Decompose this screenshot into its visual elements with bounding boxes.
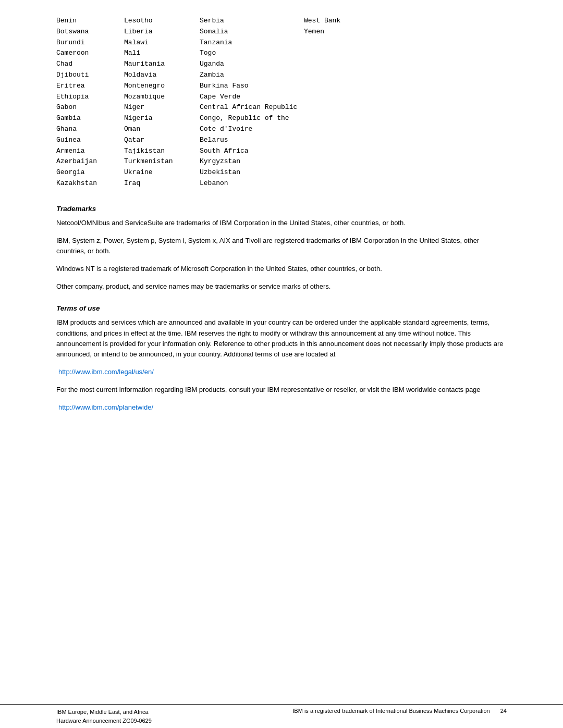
country-col2: Niger [124, 102, 200, 113]
country-col1: Djibouti [56, 70, 124, 81]
country-col2: Mauritania [124, 59, 200, 70]
footer-right: IBM is a registered trademark of Interna… [292, 708, 507, 714]
terms-section: Terms of use IBM products and services w… [56, 304, 507, 413]
country-row: BeninLesothoSerbiaWest Bank [56, 16, 507, 27]
country-col3: Central African Republic [200, 102, 304, 113]
terms-link2-block: http://www.ibm.com/planetwide/ [56, 402, 507, 413]
country-col2: Lesotho [124, 16, 200, 27]
country-col4 [304, 48, 398, 59]
country-col3: Serbia [200, 16, 304, 27]
terms-body: IBM products and services which are anno… [56, 317, 507, 413]
country-col3: Uzbekistan [200, 167, 304, 178]
country-col3: Burkina Faso [200, 81, 304, 92]
country-row: DjiboutiMoldaviaZambia [56, 70, 507, 81]
country-col2: Malawi [124, 38, 200, 48]
country-col3: Cote d'Ivoire [200, 124, 304, 135]
country-col3: Kyrgyzstan [200, 156, 304, 167]
country-col4: West Bank [304, 16, 398, 27]
trademarks-para-3: Windows NT is a registered trademark of … [56, 264, 507, 274]
country-col4 [304, 70, 398, 81]
country-col1: Georgia [56, 167, 124, 178]
country-col3: Tanzania [200, 38, 304, 48]
country-col1: Ethiopia [56, 92, 124, 103]
country-col2: Ukraine [124, 167, 200, 178]
country-col1: Chad [56, 59, 124, 70]
country-col4 [304, 135, 398, 146]
country-row: GambiaNigeriaCongo, Republic of the [56, 113, 507, 124]
footer-left: IBM Europe, Middle East, and Africa Hard… [56, 708, 152, 725]
country-col1: Burundi [56, 38, 124, 48]
terms-title: Terms of use [56, 304, 507, 312]
country-row: ArmeniaTajikistanSouth Africa [56, 146, 507, 157]
terms-paragraph1: IBM products and services which are anno… [56, 317, 507, 360]
country-col1: Ghana [56, 124, 124, 135]
country-col4 [304, 81, 398, 92]
country-col4 [304, 92, 398, 103]
country-col3: Lebanon [200, 178, 304, 189]
country-col2: Turkmenistan [124, 156, 200, 167]
country-col3: Zambia [200, 70, 304, 81]
country-col3: Congo, Republic of the [200, 113, 304, 124]
terms-link1[interactable]: http://www.ibm.com/legal/us/en/ [58, 368, 154, 376]
country-col4 [304, 167, 398, 178]
country-col2: Qatar [124, 135, 200, 146]
country-col2: Montenegro [124, 81, 200, 92]
country-col3: Togo [200, 48, 304, 59]
country-col1: Armenia [56, 146, 124, 157]
country-col2: Iraq [124, 178, 200, 189]
country-table: BeninLesothoSerbiaWest BankBotswanaLiber… [56, 16, 507, 189]
footer-page-number: 24 [500, 708, 507, 714]
country-col2: Moldavia [124, 70, 200, 81]
trademarks-para-4: Other company, product, and service name… [56, 281, 507, 292]
country-col4 [304, 102, 398, 113]
country-row: EthiopiaMozambiqueCape Verde [56, 92, 507, 103]
country-row: ChadMauritaniaUganda [56, 59, 507, 70]
country-col3: South Africa [200, 146, 304, 157]
country-col3: Belarus [200, 135, 304, 146]
country-col4 [304, 156, 398, 167]
footer-announcement: Hardware Announcement ZG09-0629 [56, 717, 152, 725]
country-col3: Uganda [200, 59, 304, 70]
footer-trademark-text: IBM is a registered trademark of Interna… [292, 708, 489, 714]
country-col1: Cameroon [56, 48, 124, 59]
terms-paragraph2: For the most current information regardi… [56, 385, 507, 395]
country-col1: Botswana [56, 27, 124, 38]
country-col2: Tajikistan [124, 146, 200, 157]
footer-company: IBM Europe, Middle East, and Africa [56, 708, 152, 717]
country-row: EritreaMontenegroBurkina Faso [56, 81, 507, 92]
country-col4: Yemen [304, 27, 398, 38]
country-col3: Somalia [200, 27, 304, 38]
country-row: AzerbaijanTurkmenistanKyrgyzstan [56, 156, 507, 167]
country-col1: Azerbaijan [56, 156, 124, 167]
country-col1: Gabon [56, 102, 124, 113]
trademarks-section: Trademarks Netcool/OMNIbus and ServiceSu… [56, 205, 507, 292]
country-col2: Mozambique [124, 92, 200, 103]
country-col4 [304, 146, 398, 157]
country-col1: Gambia [56, 113, 124, 124]
country-col4 [304, 178, 398, 189]
country-row: KazakhstanIraqLebanon [56, 178, 507, 189]
country-row: GabonNigerCentral African Republic [56, 102, 507, 113]
country-row: GeorgiaUkraineUzbekistan [56, 167, 507, 178]
trademarks-para-2: IBM, System z, Power, System p, System i… [56, 236, 507, 256]
page-content: BeninLesothoSerbiaWest BankBotswanaLiber… [0, 0, 563, 467]
terms-link2[interactable]: http://www.ibm.com/planetwide/ [58, 403, 153, 411]
country-col1: Eritrea [56, 81, 124, 92]
country-col4 [304, 59, 398, 70]
country-col2: Oman [124, 124, 200, 135]
terms-link1-block: http://www.ibm.com/legal/us/en/ [56, 367, 507, 377]
country-col1: Guinea [56, 135, 124, 146]
page-footer: IBM Europe, Middle East, and Africa Hard… [0, 704, 563, 728]
trademarks-title: Trademarks [56, 205, 507, 213]
country-col2: Nigeria [124, 113, 200, 124]
country-col3: Cape Verde [200, 92, 304, 103]
country-row: BurundiMalawiTanzania [56, 38, 507, 48]
country-col2: Mali [124, 48, 200, 59]
trademarks-body: Netcool/OMNIbus and ServiceSuite are tra… [56, 218, 507, 292]
country-row: GhanaOmanCote d'Ivoire [56, 124, 507, 135]
country-row: BotswanaLiberiaSomaliaYemen [56, 27, 507, 38]
country-row: CameroonMaliTogo [56, 48, 507, 59]
country-col2: Liberia [124, 27, 200, 38]
country-col4 [304, 113, 398, 124]
country-col1: Benin [56, 16, 124, 27]
